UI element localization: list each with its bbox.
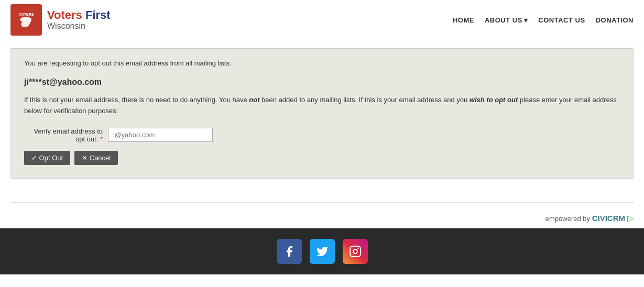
svg-rect-4	[350, 246, 361, 257]
cancel-button[interactable]: ✕ Cancel	[74, 151, 118, 165]
civicrm-arrow-icon: ▷	[627, 214, 634, 223]
instagram-icon[interactable]	[343, 239, 368, 264]
civicrm-brand: CIVICRM	[592, 214, 625, 223]
verify-email-input[interactable]	[108, 128, 213, 142]
main-content: You are requesting to opt out this email…	[0, 40, 644, 197]
desc-wish: wish to opt out	[470, 96, 518, 104]
nav-donation[interactable]: DONATION	[596, 16, 634, 24]
footer	[0, 228, 644, 274]
logo-image: VOTERS FIRST	[10, 4, 42, 36]
nav-about-us[interactable]: ABOUT US ▾	[485, 16, 528, 24]
civicrm-text: empowered by	[545, 215, 592, 223]
nav-about-us-label: ABOUT US	[485, 16, 522, 24]
chevron-down-icon: ▾	[524, 16, 528, 24]
civicrm-credit: empowered by CIVICRM▷	[0, 208, 644, 228]
opt-out-button[interactable]: ✓ Opt Out	[24, 151, 70, 165]
main-nav: HOME ABOUT US ▾ CONTACT US DONATION	[453, 16, 634, 24]
desc-part1: If this is not your email address, there…	[24, 96, 249, 104]
opt-out-intro: You are requesting to opt out this email…	[24, 59, 620, 67]
logo-first: First	[82, 8, 111, 21]
divider	[10, 202, 634, 203]
opt-out-desc: If this is not your email address, there…	[24, 95, 620, 117]
email-display: ji****st@yahoo.com	[24, 78, 620, 87]
btn-row: ✓ Opt Out ✕ Cancel	[24, 151, 620, 165]
nav-contact-us[interactable]: CONTACT US	[538, 16, 585, 24]
verify-row: Verify email address to opt out: *	[24, 127, 620, 143]
opt-out-box: You are requesting to opt out this email…	[10, 48, 634, 179]
twitter-icon[interactable]	[310, 239, 335, 264]
desc-not: not	[249, 96, 259, 104]
svg-text:VOTERS: VOTERS	[19, 13, 34, 16]
logo-voters: Voters	[47, 8, 82, 21]
logo-area: VOTERS FIRST Voters First Wisconsin	[10, 4, 111, 36]
logo-subtitle: Wisconsin	[47, 21, 111, 31]
facebook-icon[interactable]	[277, 239, 302, 264]
logo-title: Voters First	[47, 9, 111, 21]
nav-home[interactable]: HOME	[453, 16, 474, 24]
required-star: *	[100, 135, 103, 143]
verify-label: Verify email address to opt out: *	[24, 127, 103, 143]
desc-part2: been added to any mailing lists. If this…	[260, 96, 470, 104]
header: VOTERS FIRST Voters First Wisconsin HOME…	[0, 0, 644, 40]
logo-text: Voters First Wisconsin	[47, 9, 111, 31]
verify-label-text: Verify email address to opt out:	[34, 127, 103, 143]
